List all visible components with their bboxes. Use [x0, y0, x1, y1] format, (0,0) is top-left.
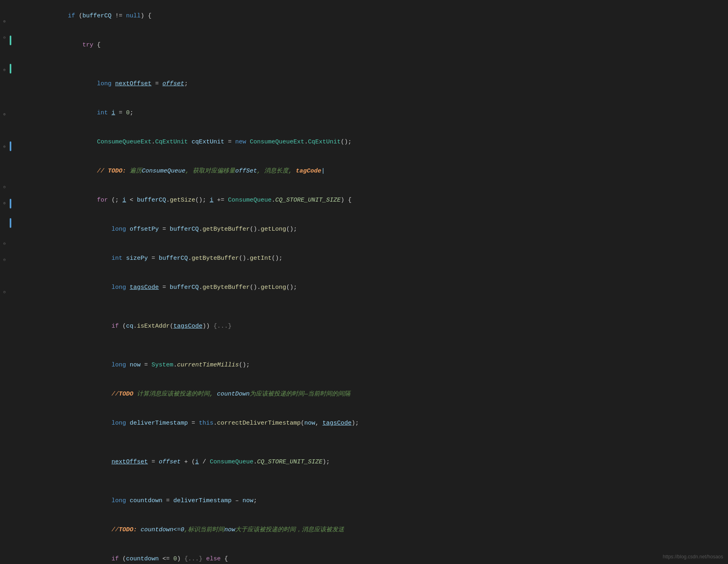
code-line — [17, 438, 728, 448]
code-line — [17, 60, 728, 69]
code-line: try { — [17, 31, 728, 60]
sidebar-icon-3[interactable]: ⊕ — [1, 67, 8, 74]
code-line: if (cq.isExtAddr(tagsCode)) {...} — [17, 312, 728, 341]
line-code: try { — [39, 42, 101, 48]
code-line: //TODO: countdown<=0,标识当前时间now大于应该被投递的时间… — [17, 516, 728, 545]
sidebar-icons[interactable]: ⊕ ⊖ ⊕ ⊕ ⊕ ⊖ ⊕ ⊖ ⊖ ⊖ — [0, 0, 9, 564]
code-line: int sizePy = bufferCQ.getByteBuffer().ge… — [17, 244, 728, 273]
code-line: //TODO 计算消息应该被投递的时间, countDown为应该被投递的时间—… — [17, 380, 728, 409]
sidebar-icon-1[interactable]: ⊕ — [1, 19, 8, 25]
change-indicators — [9, 0, 12, 564]
code-content: if (bufferCQ != null) { try { long nextO… — [12, 0, 728, 564]
code-line: long nextOffset = offset; — [17, 69, 728, 99]
code-line: int i = 0; — [17, 99, 728, 128]
line-code: if (bufferCQ != null) { — [39, 13, 151, 19]
sidebar-icon-8[interactable]: ⊖ — [1, 241, 8, 247]
sidebar-icon-2[interactable]: ⊖ — [1, 35, 8, 41]
sidebar-icon-7[interactable]: ⊕ — [1, 200, 8, 207]
sidebar-icon-5[interactable]: ⊕ — [1, 144, 8, 150]
code-line: long now = System.currentTimeMillis(); — [17, 351, 728, 380]
code-editor: ⊕ ⊖ ⊕ ⊕ ⊕ ⊖ ⊕ ⊖ ⊖ ⊖ if (bufferCQ != null… — [0, 0, 728, 564]
code-line: for (; i < bufferCQ.getSize(); i += Cons… — [17, 186, 728, 215]
code-line: nextOffset = offset + (i / ConsumeQueue.… — [17, 448, 728, 477]
code-line: // TODO: 遍历ConsumeQueue, 获取对应偏移量offSet, … — [17, 157, 728, 186]
code-line: ConsumeQueueExt.CqExtUnit cqExtUnit = ne… — [17, 128, 728, 157]
code-line — [17, 302, 728, 312]
sidebar-icon-9[interactable]: ⊖ — [1, 257, 8, 263]
watermark: https://blog.csdn.net/hosaos — [663, 553, 723, 561]
code-line: long offsetPy = bufferCQ.getByteBuffer()… — [17, 215, 728, 244]
code-line — [17, 477, 728, 486]
code-line: long countdown = deliverTimestamp – now; — [17, 486, 728, 516]
code-line: if (countdown <= 0) {...} else { — [17, 545, 728, 564]
code-line: long deliverTimestamp = this.correctDeli… — [17, 409, 728, 438]
sidebar-icon-4[interactable]: ⊕ — [1, 112, 8, 118]
code-line: long tagsCode = bufferCQ.getByteBuffer()… — [17, 273, 728, 302]
code-line — [17, 341, 728, 351]
sidebar-icon-6[interactable]: ⊖ — [1, 184, 8, 191]
code-line: if (bufferCQ != null) { — [17, 2, 728, 31]
sidebar-icon-10[interactable]: ⊖ — [1, 289, 8, 296]
